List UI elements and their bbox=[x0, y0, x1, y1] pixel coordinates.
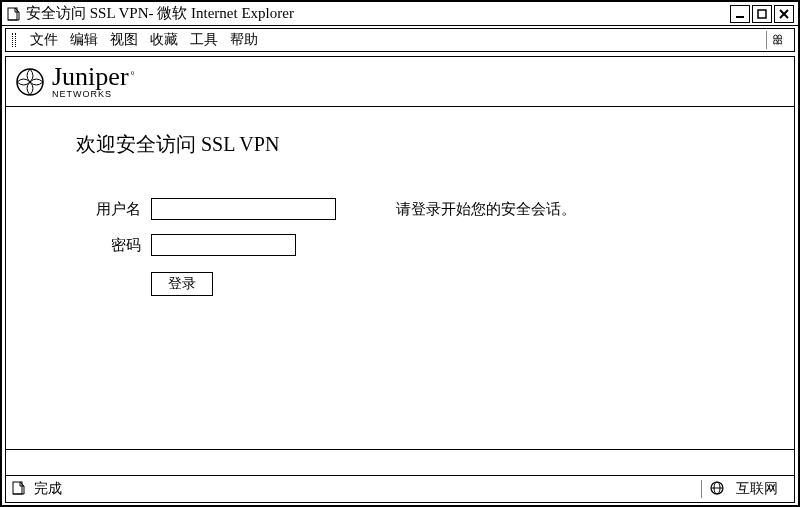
window-title: 安全访问 SSL VPN- 微软 Internet Explorer bbox=[26, 4, 730, 23]
brand-subtitle: NETWORKS bbox=[52, 90, 135, 99]
brand-reg: ° bbox=[131, 70, 135, 81]
toolbar-handle bbox=[12, 33, 16, 47]
login-form: 用户名 密码 登录 请登录开始您的安全会话。 bbox=[76, 198, 754, 296]
menu-help[interactable]: 帮助 bbox=[230, 31, 258, 49]
page-icon bbox=[6, 6, 22, 22]
password-input[interactable] bbox=[151, 234, 296, 256]
content-area: Juniper° NETWORKS 欢迎安全访问 SSL VPN 用户名 密码 bbox=[5, 56, 795, 503]
login-button[interactable]: 登录 bbox=[151, 272, 213, 296]
brand-header: Juniper° NETWORKS bbox=[6, 57, 794, 107]
close-button[interactable] bbox=[774, 5, 794, 23]
zone-text: 互联网 bbox=[736, 480, 778, 498]
statusbar: 完成 互联网 bbox=[6, 476, 794, 502]
svg-rect-0 bbox=[8, 8, 17, 20]
juniper-logo-icon bbox=[14, 66, 46, 98]
menubar: 文件 编辑 视图 收藏 工具 帮助 bbox=[5, 28, 795, 52]
browser-window: 安全访问 SSL VPN- 微软 Internet Explorer 文件 编辑… bbox=[0, 0, 800, 507]
windows-logo-icon bbox=[766, 31, 788, 49]
separator-band bbox=[6, 450, 794, 476]
menu-favorites[interactable]: 收藏 bbox=[150, 31, 178, 49]
svg-rect-2 bbox=[758, 10, 766, 18]
status-text: 完成 bbox=[34, 480, 693, 498]
login-hint: 请登录开始您的安全会话。 bbox=[396, 200, 576, 219]
svg-rect-6 bbox=[13, 482, 22, 494]
menu-edit[interactable]: 编辑 bbox=[70, 31, 98, 49]
maximize-button[interactable] bbox=[752, 5, 772, 23]
page-body: 欢迎安全访问 SSL VPN 用户名 密码 登录 请登录开始您的安全会话。 bbox=[6, 107, 794, 450]
internet-zone-icon bbox=[710, 481, 726, 497]
minimize-button[interactable] bbox=[730, 5, 750, 23]
titlebar: 安全访问 SSL VPN- 微软 Internet Explorer bbox=[2, 2, 798, 26]
password-label: 密码 bbox=[76, 236, 141, 255]
window-controls bbox=[730, 5, 794, 23]
menu-file[interactable]: 文件 bbox=[30, 31, 58, 49]
username-label: 用户名 bbox=[76, 200, 141, 219]
menu-tools[interactable]: 工具 bbox=[190, 31, 218, 49]
done-icon bbox=[12, 481, 28, 497]
brand-name: Juniper bbox=[52, 62, 129, 91]
status-separator bbox=[701, 480, 702, 498]
username-input[interactable] bbox=[151, 198, 336, 220]
menu-view[interactable]: 视图 bbox=[110, 31, 138, 49]
welcome-heading: 欢迎安全访问 SSL VPN bbox=[76, 131, 754, 158]
